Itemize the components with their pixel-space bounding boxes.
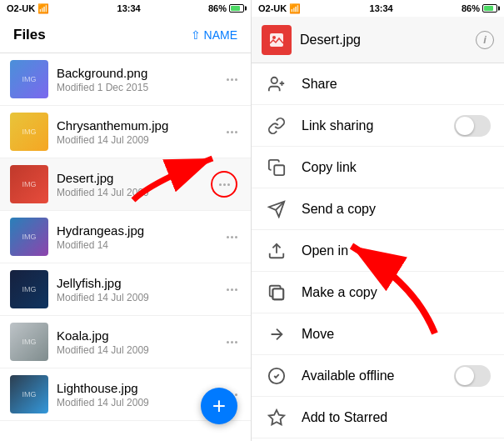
send-icon	[265, 198, 288, 221]
file-more-koala[interactable]	[223, 338, 241, 347]
right-status-bar-right: 86%	[462, 3, 497, 13]
file-date-hydrangeas: Modified 14	[57, 239, 215, 251]
file-info-chrysanthemum: Chrysanthemum.jpg Modified 14 Jul 2009	[57, 118, 215, 146]
right-panel: O2-UK 📶 13:34 86% Desert.jpg i	[252, 0, 504, 441]
svg-point-3	[272, 77, 277, 83]
available-offline-label: Available offline	[302, 368, 441, 383]
status-bar-right: 86%	[208, 3, 244, 13]
menu-list: Share Link sharing Copy link	[252, 63, 504, 441]
file-name-jellyfish: Jellyfish.jpg	[57, 276, 215, 290]
right-battery-icon	[482, 4, 497, 13]
right-status-bar: O2-UK 📶 13:34 86%	[252, 0, 504, 17]
open-in-label: Open in	[302, 243, 491, 258]
file-thumb-hydrangeas: IMG	[10, 218, 48, 256]
add-fab-button[interactable]: +	[201, 388, 237, 424]
file-info-background: Background.png Modified 1 Dec 2015	[57, 66, 215, 93]
files-title: Files	[13, 27, 46, 43]
image-icon	[268, 32, 285, 48]
move-icon	[265, 323, 288, 346]
file-date-desert: Modified 14 Jul 2009	[57, 187, 199, 198]
svg-marker-14	[269, 409, 284, 423]
star-icon	[265, 406, 288, 429]
menu-item-share[interactable]: Share	[252, 63, 504, 105]
file-item-koala[interactable]: IMG Koala.jpg Modified 14 Jul 2009	[0, 316, 251, 368]
right-battery-percent: 86%	[462, 3, 480, 13]
file-thumb-background: IMG	[10, 60, 48, 98]
left-status-bar: O2-UK 📶 13:34 86%	[0, 0, 251, 17]
right-time-label: 13:34	[370, 3, 393, 13]
left-panel: O2-UK 📶 13:34 86% Files ⇧ NAME IMG Backg…	[0, 0, 252, 441]
file-thumb-chrysanthemum: IMG	[10, 113, 48, 151]
file-info-lighthouse: Lighthouse.jpg Modified 14 Jul 2009	[57, 381, 215, 408]
right-carrier-label: O2-UK	[258, 3, 287, 13]
menu-item-make-copy[interactable]: Make a copy	[252, 272, 504, 313]
link-sharing-toggle[interactable]	[454, 115, 491, 137]
menu-item-send-copy[interactable]: Send a copy	[252, 188, 504, 230]
file-info-koala: Koala.jpg Modified 14 Jul 2009	[57, 328, 215, 356]
svg-rect-11	[272, 288, 283, 299]
status-bar-left: O2-UK 📶	[7, 3, 49, 14]
file-name-lighthouse: Lighthouse.jpg	[57, 381, 215, 395]
file-item-desert[interactable]: IMG Desert.jpg Modified 14 Jul 2009	[0, 158, 251, 211]
file-info-hydrangeas: Hydrangeas.jpg Modified 14	[57, 223, 215, 251]
file-item-jellyfish[interactable]: IMG Jellyfish.jpg Modified 14 Jul 2009	[0, 263, 251, 316]
menu-item-move[interactable]: Move	[252, 313, 504, 355]
menu-item-copy-link[interactable]: Copy link	[252, 147, 504, 188]
left-nav-bar: Files ⇧ NAME	[0, 17, 251, 53]
file-more-desert[interactable]	[207, 168, 241, 201]
file-date-jellyfish: Modified 14 Jul 2009	[57, 292, 215, 303]
share-label: Share	[302, 77, 491, 92]
send-copy-label: Send a copy	[302, 202, 491, 217]
menu-item-available-offline[interactable]: Available offline	[252, 355, 504, 397]
right-header: Desert.jpg i	[252, 17, 504, 63]
copy-link-label: Copy link	[302, 160, 491, 175]
battery-percent: 86%	[208, 3, 227, 13]
file-name-chrysanthemum: Chrysanthemum.jpg	[57, 118, 215, 133]
sort-up-icon: ⇧	[191, 28, 201, 42]
make-copy-icon	[265, 281, 288, 304]
make-copy-label: Make a copy	[302, 285, 491, 300]
file-more-background[interactable]	[223, 75, 241, 84]
sort-button[interactable]: ⇧ NAME	[191, 28, 237, 42]
person-add-icon	[265, 73, 288, 96]
file-type-icon	[262, 25, 292, 55]
open-in-icon	[265, 239, 288, 263]
checkmark-circle-icon	[265, 364, 288, 388]
svg-point-2	[272, 36, 276, 39]
add-starred-label: Add to Starred	[302, 410, 491, 425]
menu-item-open-in[interactable]: Open in	[252, 230, 504, 272]
file-more-hydrangeas[interactable]	[223, 233, 241, 242]
file-more-chrysanthemum[interactable]	[223, 128, 241, 137]
file-item-background[interactable]: IMG Background.png Modified 1 Dec 2015	[0, 53, 251, 106]
svg-rect-6	[274, 165, 284, 175]
file-thumb-koala: IMG	[10, 323, 48, 361]
file-more-jellyfish[interactable]	[223, 285, 241, 294]
available-offline-toggle[interactable]	[454, 365, 491, 387]
menu-item-link-sharing[interactable]: Link sharing	[252, 105, 504, 147]
file-date-lighthouse: Modified 14 Jul 2009	[57, 397, 215, 408]
file-name-hydrangeas: Hydrangeas.jpg	[57, 223, 215, 238]
file-info-desert: Desert.jpg Modified 14 Jul 2009	[57, 171, 199, 198]
file-list: IMG Background.png Modified 1 Dec 2015 I…	[0, 53, 251, 441]
file-name-desert: Desert.jpg	[57, 171, 199, 185]
carrier-label: O2-UK	[7, 3, 35, 13]
menu-item-add-starred[interactable]: Add to Starred	[252, 397, 504, 438]
file-item-chrysanthemum[interactable]: IMG Chrysanthemum.jpg Modified 14 Jul 20…	[0, 106, 251, 158]
file-name-background: Background.png	[57, 66, 215, 80]
file-date-koala: Modified 14 Jul 2009	[57, 344, 215, 356]
copy-link-icon	[265, 156, 288, 179]
file-date-background: Modified 1 Dec 2015	[57, 82, 215, 93]
more-circle-highlight	[211, 171, 237, 198]
file-thumb-desert: IMG	[10, 165, 48, 203]
file-info-jellyfish: Jellyfish.jpg Modified 14 Jul 2009	[57, 276, 215, 303]
file-thumb-lighthouse: IMG	[10, 375, 48, 413]
link-icon	[265, 114, 288, 138]
file-item-hydrangeas[interactable]: IMG Hydrangeas.jpg Modified 14	[0, 211, 251, 263]
info-icon[interactable]: i	[476, 31, 494, 49]
move-label: Move	[302, 327, 491, 342]
link-sharing-label: Link sharing	[302, 118, 441, 133]
sort-label: NAME	[204, 28, 237, 42]
file-name-koala: Koala.jpg	[57, 328, 215, 343]
file-thumb-jellyfish: IMG	[10, 270, 48, 308]
file-date-chrysanthemum: Modified 14 Jul 2009	[57, 134, 215, 146]
